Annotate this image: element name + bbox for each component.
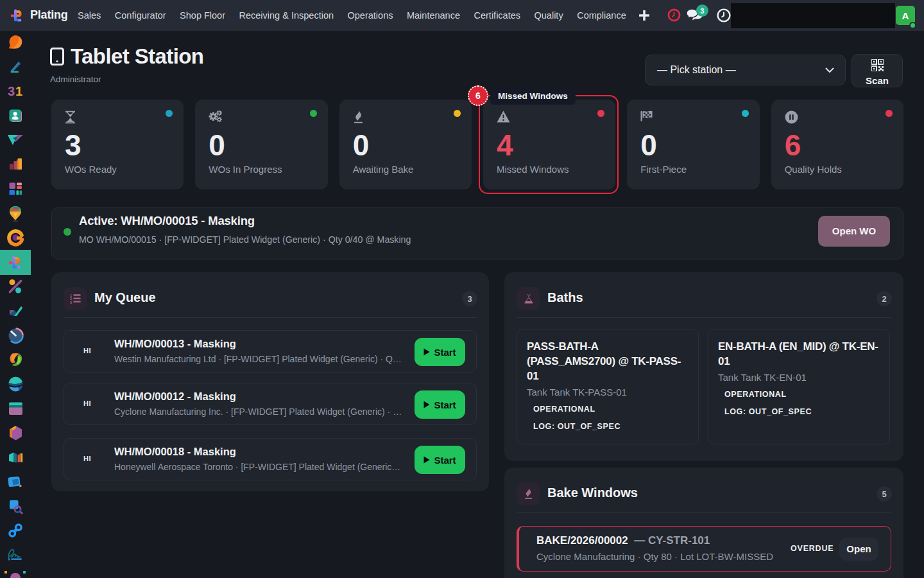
svg-text:3: 3	[8, 84, 15, 98]
svg-text:1: 1	[15, 84, 22, 98]
svg-text:3: 3	[70, 301, 72, 304]
